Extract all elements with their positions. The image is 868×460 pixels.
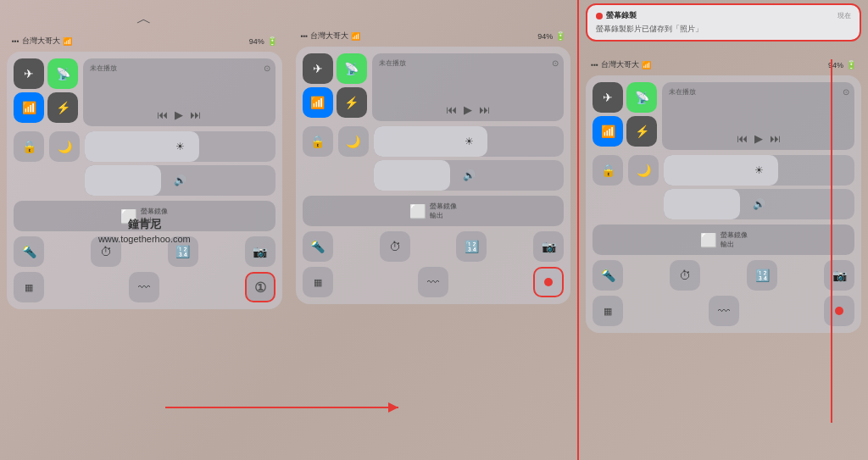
volume-icon-1: 🔊 [174,175,186,186]
notif-red-dot [596,13,603,19]
camera-btn-3[interactable]: 📷 [824,260,854,291]
screen-mirror-btn-3[interactable]: ⬜ 螢幕鏡像輸出 [593,224,854,255]
screen-mirror-label-3: 螢幕鏡像輸出 [721,230,748,249]
qr-btn-3[interactable]: ▦ [593,296,623,326]
calculator-btn-1[interactable]: 🔢 [168,236,198,267]
timer-btn-3[interactable]: ⏱ [670,260,700,291]
next-btn-3[interactable]: ⏭ [770,132,781,145]
wifi-btn-3[interactable]: 📶 [593,116,623,147]
next-btn-1[interactable]: ⏭ [190,108,201,121]
panel-1: ︿ ▪▪▪ 台灣大哥大 📶 94% 🔋 ✈ 📡 📶 ⚡ [0,0,289,460]
notif-title-row: 螢幕錄製 [596,10,637,21]
record-row-3: ▦ 〰 [593,296,854,326]
prev-btn-3[interactable]: ⏮ [737,132,748,145]
battery-3: 94% [828,61,843,69]
cellular-btn-3[interactable]: 📡 [626,82,657,113]
do-not-disturb-btn-1[interactable]: 🌙 [49,131,80,162]
next-btn-2[interactable]: ⏭ [479,103,490,116]
mirror-row-1: ⬜ 螢幕鏡像輸出 [14,201,275,231]
bluetooth-btn-1[interactable]: ⚡ [47,92,78,123]
playback-controls-3: ⏮ ▶ ⏭ [737,132,781,145]
recording-indicator-2 [544,278,553,286]
control-center-1: ✈ 📡 📶 ⚡ ⊙ 未在播放 ⏮ ▶ ⏭ 🔒 � [7,52,282,309]
play-btn-1[interactable]: ▶ [175,108,183,121]
brightness-icon-2: ☀ [465,136,474,147]
battery-1: 94% [249,37,264,46]
notif-header: 螢幕錄製 現在 [596,10,851,21]
flashlight-btn-1[interactable]: 🔦 [14,236,44,267]
main-container: ︿ ▪▪▪ 台灣大哥大 📶 94% 🔋 ✈ 📡 📶 ⚡ [0,0,868,460]
panel-2: ▪▪▪ 台灣大哥大 📶 94% 🔋 ✈ 📡 📶 ⚡ ⊙ 未在播放 [289,0,578,460]
volume-slider-2[interactable]: 🔊 [374,160,565,191]
bottom-row-3: 🔦 ⏱ 🔢 📷 [593,260,854,291]
do-not-disturb-btn-2[interactable]: 🌙 [338,126,369,157]
battery-2: 94% [537,32,553,41]
status-left-3: ▪▪▪ 台灣大哥大 📶 [591,59,651,70]
volume-icon-3: 🔊 [753,198,765,210]
screen-mirror-btn-1[interactable]: ⬜ 螢幕鏡像輸出 [14,201,275,231]
screen-mirror-icon-3: ⬜ [700,232,717,248]
cellular-btn-1[interactable]: 📡 [47,58,78,89]
playback-controls-2: ⏮ ▶ ⏭ [446,103,490,116]
volume-slider-1[interactable]: 🔊 [85,165,275,196]
play-btn-2[interactable]: ▶ [464,103,472,116]
sliders-3: ☀ 🔊 [664,155,854,219]
airplay-icon-2: ⊙ [552,58,559,68]
cellular-btn-2[interactable]: 📡 [337,53,367,84]
screen-mirror-btn-2[interactable]: ⬜ 螢幕鏡像輸出 [303,196,565,226]
screen-record-btn-3[interactable] [824,296,854,326]
rotation-lock-btn-3[interactable]: 🔒 [593,155,623,186]
wifi-btn-1[interactable]: 📶 [14,92,44,123]
timer-btn-1[interactable]: ⏱ [91,236,121,267]
scan-btn-2[interactable]: 〰 [418,267,448,297]
status-right-1: 94% 🔋 [249,36,277,46]
play-btn-3[interactable]: ▶ [754,132,763,145]
brightness-slider-3[interactable]: ☀ [664,155,854,186]
top-row-2: ✈ 📡 📶 ⚡ ⊙ 未在播放 ⏮ ▶ ⏭ [303,53,565,121]
flashlight-btn-3[interactable]: 🔦 [593,260,623,291]
status-bar-2: ▪▪▪ 台灣大哥大 📶 94% 🔋 [296,29,571,43]
screen-record-btn-1[interactable]: ① [245,272,275,302]
now-playing-label-1: 未在播放 [90,64,117,73]
rotation-lock-btn-1[interactable]: 🔒 [14,131,44,162]
bluetooth-btn-3[interactable]: ⚡ [626,116,657,147]
brightness-slider-2[interactable]: ☀ [374,126,565,157]
mirror-row-2: ⬜ 螢幕鏡像輸出 [303,196,565,226]
volume-slider-3[interactable]: 🔊 [664,189,854,219]
record-row-1: ▦ 〰 ① [14,272,275,302]
bluetooth-btn-2[interactable]: ⚡ [337,87,367,118]
scan-btn-1[interactable]: 〰 [129,272,159,302]
wifi-btn-2[interactable]: 📶 [303,87,333,118]
signal-bars-3: ▪▪▪ [591,61,598,69]
notification-banner[interactable]: 螢幕錄製 現在 螢幕錄製影片已儲存到「照片」 [586,3,861,42]
camera-btn-2[interactable]: 📷 [533,231,564,262]
airplane-mode-btn-1[interactable]: ✈ [14,58,44,89]
scan-btn-3[interactable]: 〰 [709,296,739,326]
qr-btn-2[interactable]: ▦ [303,267,333,297]
wifi-icon-1: 📶 [63,37,72,46]
prev-btn-2[interactable]: ⏮ [446,103,457,116]
airplane-mode-btn-3[interactable]: ✈ [593,82,623,113]
qr-btn-1[interactable]: ▦ [14,272,44,302]
wifi-icon-3: 📶 [642,61,651,69]
camera-btn-1[interactable]: 📷 [245,236,275,267]
status-left-2: ▪▪▪ 台灣大哥大 📶 [301,30,361,42]
calculator-btn-3[interactable]: 🔢 [747,260,777,291]
now-playing-label-2: 未在播放 [379,58,406,68]
airplane-mode-btn-2[interactable]: ✈ [303,53,333,84]
calculator-btn-2[interactable]: 🔢 [456,231,487,262]
timer-btn-2[interactable]: ⏱ [380,231,410,262]
volume-icon-2: 🔊 [463,169,476,181]
flashlight-btn-2[interactable]: 🔦 [303,231,333,262]
carrier-3: 台灣大哥大 [601,59,639,70]
brightness-slider-1[interactable]: ☀ [85,131,275,162]
mid-row-2: 🔒 🌙 ☀ 🔊 [303,126,565,191]
rotation-lock-btn-2[interactable]: 🔒 [303,126,333,157]
battery-icon-1: 🔋 [267,36,277,46]
now-playing-2: ⊙ 未在播放 ⏮ ▶ ⏭ [372,53,565,121]
battery-icon-3: 🔋 [846,60,856,69]
screen-record-btn-2[interactable] [533,267,564,297]
prev-btn-1[interactable]: ⏮ [157,108,168,121]
do-not-disturb-btn-3[interactable]: 🌙 [628,155,659,186]
notif-time: 現在 [837,11,851,20]
